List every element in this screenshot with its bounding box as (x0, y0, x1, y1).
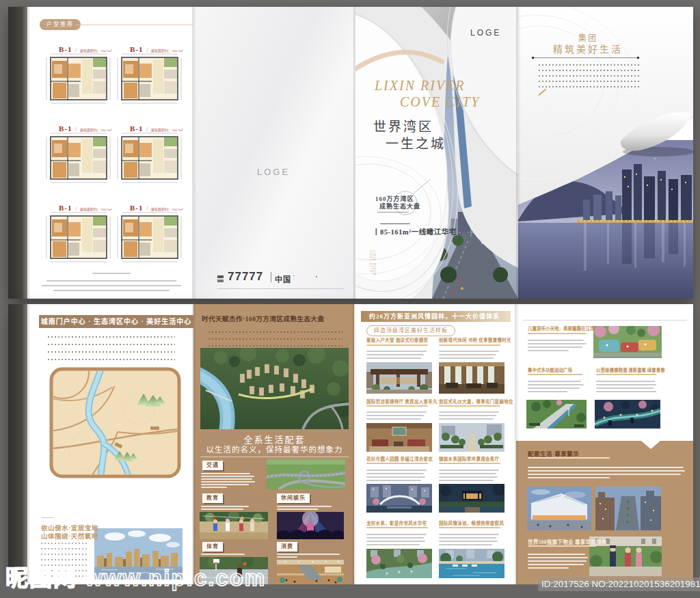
plan-separator: / (75, 46, 77, 53)
text-line (596, 388, 654, 389)
floorplan-title: B-1 / 建筑面积约：104.7m² (130, 42, 183, 55)
dotted-line (539, 70, 640, 71)
amenity-item-title: 公里级健康跑道 清新富氧 绿意青春 (596, 368, 665, 373)
landscape-badge: 缔造顶级湾区美好生活样板 (366, 325, 455, 336)
plan-separator: / (75, 205, 77, 212)
text-line (377, 212, 409, 213)
lobby-entrance-photo (366, 362, 432, 394)
location-highlight-line2: 山体围绕·天然氧吧 (41, 531, 98, 541)
text-line (201, 476, 254, 477)
plan-area: 建筑面积约：104.7m² (80, 208, 112, 211)
cover-logo: LOGE (470, 28, 501, 38)
rule-line (523, 320, 687, 321)
text-line (366, 534, 427, 535)
dotted-line (41, 548, 88, 549)
running-track-photo (595, 400, 660, 429)
location-map (49, 367, 181, 478)
text-line (439, 541, 498, 542)
floorplan-title: B-1 / 建筑面积约：104.7m² (130, 201, 183, 213)
text-line (528, 567, 569, 569)
text-line (439, 473, 496, 474)
text-line (439, 344, 500, 346)
dotted-line (539, 86, 640, 87)
floorplan-image (45, 52, 112, 105)
sports-plaza-photo (526, 400, 587, 429)
dotted-line (539, 64, 640, 66)
floorplan-title: B-1 / 建筑面积约：104.7m² (130, 122, 183, 134)
text-line (217, 288, 344, 289)
cover-title-en-line1: LIXIN RIVER (375, 78, 466, 94)
text-line (439, 405, 500, 407)
brochure-mockup-canvas: 户型推荐 B-1 / 建筑面积约：104.7m² B-1 / 建筑面积约：104… (0, 0, 700, 598)
text-line (92, 273, 131, 274)
text-line (53, 290, 170, 291)
text-line (528, 333, 587, 334)
shopping-photo (277, 560, 344, 584)
section-label-shopping: 消费 (277, 542, 297, 552)
text-line (528, 388, 580, 389)
plan-code: B-1 (59, 204, 72, 212)
plan-separator: / (75, 126, 77, 133)
page-edge-shadow (8, 304, 29, 584)
text-line (366, 463, 428, 464)
fold-shadow (515, 304, 519, 584)
text-line (277, 556, 297, 558)
landscape-item-title: 宫廷式礼仪大道，尊享名门显赫地位 (439, 399, 513, 405)
text-line (528, 557, 588, 558)
masterplan-title: 时代天赋杰作·160万方湾区成熟生态大盘 (202, 314, 349, 323)
dotted-line (208, 331, 342, 333)
dotted-line (48, 359, 175, 360)
lawn-pavilion-photo (439, 484, 504, 513)
dotted-line (208, 345, 342, 346)
text-line (201, 554, 245, 555)
text-line (277, 554, 340, 555)
text-line (528, 346, 582, 348)
text-line (528, 564, 584, 565)
text-line (528, 545, 596, 547)
section-label-sports: 体育 (202, 542, 223, 552)
text-line (201, 487, 227, 488)
text-line (366, 354, 424, 355)
text-line (528, 467, 684, 468)
plan-separator: / (146, 126, 148, 133)
text-line (366, 470, 427, 471)
plan-area: 建筑面积约：104.7m² (151, 49, 183, 53)
fold-shadow (353, 304, 357, 584)
text-line (201, 473, 250, 474)
spec-bracket-line (380, 223, 410, 224)
plan-code: B-1 (59, 124, 72, 133)
service-title: 世界500强旗下物业 尊享华润服务 (528, 538, 607, 545)
text-line (201, 478, 252, 480)
text-line (528, 457, 610, 459)
site-url: www.nipic.com (85, 565, 266, 590)
plan-area: 建筑面积约：104.7m² (80, 128, 112, 132)
brand-divider (271, 272, 271, 282)
text-line (42, 285, 181, 286)
fold-shadow (192, 7, 196, 299)
plan-area: 建筑面积约：104.7m² (80, 49, 112, 53)
landscape-item-title: 星级入户大堂 酒店式归家感受 (366, 338, 428, 343)
plan-code: B-1 (130, 204, 144, 212)
resort-pool-photo (439, 549, 504, 578)
text-line (439, 354, 496, 355)
landscape-item-title: 镜面水系国际草坪景观会客厅 (439, 457, 499, 462)
location-header-bar: 城南门户中心 · 生态湾区中心 · 美好生活中心 (39, 315, 193, 328)
dotted-line (48, 344, 175, 345)
text-line (366, 418, 421, 420)
text-line (366, 351, 427, 352)
text-line (528, 470, 685, 472)
landscape-item-title: 龙形水系，彰显传世风水华宅 (366, 521, 427, 526)
rule-line (200, 457, 349, 457)
plan-area: 建筑面积约：104.7m² (151, 128, 183, 132)
text-line (439, 357, 494, 359)
text-line (366, 527, 428, 528)
landscape-item-title: 创新现代休闲 书吧 优享惬意慢时光 (439, 338, 511, 343)
text-line (366, 411, 427, 413)
mall-dusk-photo (527, 487, 591, 530)
text-line (366, 544, 420, 545)
floorplan-image (116, 131, 183, 185)
education-photo (200, 512, 268, 539)
text-line (41, 517, 53, 518)
text-line (277, 508, 318, 510)
text-line (439, 463, 500, 464)
